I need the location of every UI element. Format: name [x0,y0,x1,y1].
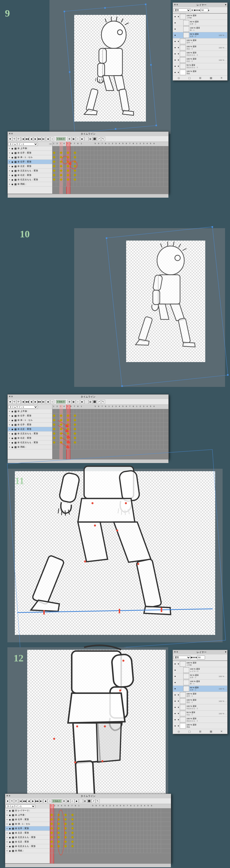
layer-row[interactable]: ● ▾ 100 % 通常右足：1 100 % … [173,57,227,63]
layer-row[interactable]: ● ▾ 100 % 通常左足：1 100 % … [173,44,227,51]
visibility-icon[interactable]: ● [174,681,177,684]
timeline-track[interactable]: +◉▦⊞ 用紙： [8,445,52,450]
toolbar-button[interactable]: ⬚ [79,799,83,803]
timeline-track[interactable]: +◉▦⊞ 左足太もも：変形 [8,432,52,436]
layer-row[interactable]: ● 100 % 通常レイヤー 2 [173,667,227,673]
visibility-icon[interactable]: ● [174,34,177,36]
opacity-input[interactable] [197,655,205,659]
layer-row[interactable]: ● ▾ 100 % 通常右足太もも：1 [173,51,227,57]
layer-row[interactable]: ● ▾ 100 % 通常左足：1 100 % … [173,698,227,704]
visibility-icon[interactable]: ● [174,675,177,678]
toolbar-button[interactable]: ◀◀ [23,799,27,803]
toolbar-button[interactable]: ▶ [33,137,37,141]
toolbar-button[interactable]: ⬚ [84,400,88,404]
layers-footer[interactable]: ◎▢⊞▦✕ [173,75,227,80]
transform-bbox-9[interactable] [64,4,157,133]
toolbar-button[interactable]: ⟳ [16,400,21,404]
visibility-icon[interactable]: ● [174,16,177,18]
toolbar-button[interactable]: ◆ [46,137,50,141]
visibility-icon[interactable]: ● [174,71,177,74]
timeline-track[interactable]: +◉▦⊞ 右足太もも：変形 [5,844,50,849]
transform-bbox-11[interactable] [7,450,226,655]
toolbar-button[interactable]: ↗ [97,400,101,404]
layer-row[interactable]: ● 50 % 通常右手：1 100 % … [173,673,227,680]
layers-footer[interactable]: ◎▢⊞▦✕ [173,729,227,734]
toolbar-button[interactable]: ■ [8,137,12,141]
visibility-icon[interactable]: ● [174,40,177,43]
timeline-name-select[interactable]: タイムライン1 [8,142,38,146]
toolbar-button[interactable]: ▶| [42,400,46,404]
close-icon[interactable]: ✕ ≡ [9,395,13,398]
timeline-track[interactable]: +◉▦⊞ 右手：変形 [5,826,50,831]
layer-row[interactable]: ● 50 % 通常右手：1 100 % … [173,32,227,38]
toolbar-button[interactable]: ↗ [97,137,101,141]
timeline-track[interactable]: +◉▦⊞ 右手：変形 [8,151,52,155]
toolbar-button[interactable]: ▶ [33,400,37,404]
timeline-track[interactable]: +◉▦⊞ 用紙： [8,182,52,186]
timeline-track[interactable]: +◉▦⊞ 体：1：セル [5,822,50,826]
toolbar-button[interactable]: ▶▶ [38,400,42,404]
toolbar-button[interactable]: ◀ [29,137,33,141]
visibility-icon[interactable]: ● [174,28,177,30]
close-icon[interactable]: ✕ ≡ [174,3,178,7]
close-icon[interactable]: ✕ ≡ [174,651,178,654]
layer-row[interactable]: ● ▾ 50 % 通常左足太もも：1 [173,63,227,69]
toolbar-button[interactable]: ▶▶ [35,799,39,803]
toolbar-button[interactable]: ⬛ [93,400,97,404]
toolbar-button[interactable]: ◇ [50,400,54,404]
toolbar-button[interactable]: ▦ [72,137,76,141]
toolbar-button[interactable]: ↗ [91,799,95,803]
close-icon[interactable]: ✕ ≡ [9,132,13,135]
toolbar-button[interactable]: ▶▶ [38,137,42,141]
timeline-track[interactable]: +◉▦⊟ レイヤー 2： [5,808,50,813]
toolbar-button[interactable]: ◀ [27,799,31,803]
visibility-icon[interactable]: ● [174,706,177,709]
toolbar-button[interactable]: ⊞ [62,799,66,803]
layer-row[interactable]: ● ▾ 100 % 通常用紙 [173,723,227,729]
toolbar-button[interactable]: ✎ [96,799,100,803]
toolbar-button[interactable]: ▥ [88,400,92,404]
toolbar-button[interactable]: ⟳ [14,799,18,803]
timeline-track[interactable]: +◉▦⊞ 用紙： [5,849,50,853]
toolbar-button[interactable]: ⊞ [68,400,72,404]
menu-icon[interactable]: ▾ [225,3,226,7]
toolbar-button[interactable]: ▦ [66,799,70,803]
toolbar-button[interactable]: ⬛ [93,137,97,141]
opacity-input[interactable] [200,8,208,12]
timeline-hscroll[interactable] [5,864,171,867]
toolbar-button[interactable]: ◀◀ [25,137,29,141]
visibility-icon[interactable]: ● [174,687,177,690]
transform-bbox-10[interactable] [106,227,228,386]
timeline-name-select[interactable]: タイムライン1 [8,405,38,409]
layer-row[interactable]: ● ▾ 50 % 通常右足：1 100 % … [173,711,227,717]
layer-row[interactable]: ● 50 % 通常右手：1 [173,20,227,26]
visibility-icon[interactable]: ● [174,718,177,721]
toolbar-button[interactable]: ⬚ [84,137,88,141]
toolbar-button[interactable]: ▶| [39,799,43,803]
visibility-icon[interactable]: ● [174,53,177,55]
toolbar-button[interactable]: ⟲ [12,137,16,141]
timeline-track[interactable]: +◉▦⊞ 上半身 : [8,409,52,414]
visibility-icon[interactable]: ● [174,65,177,67]
toolbar-button[interactable]: ◀◀ [25,400,29,404]
toolbar-button[interactable]: ▦ [72,400,76,404]
timeline-track[interactable]: +◉▦⊞ 右手：変形 [5,817,50,822]
layer-row[interactable]: ● ▾ 100 % 通常左手：1 [173,38,227,44]
timeline-track[interactable]: +◉▦⊞ 右手：変形 [8,414,52,418]
toolbar-button[interactable]: |◀ [21,137,25,141]
toolbar-button[interactable]: ◆ [75,799,79,803]
toolbar-button[interactable]: ⟲ [10,799,14,803]
toolbar-button[interactable]: ◇ [48,799,52,803]
timeline-track[interactable]: +◉▦⊞ 右足太もも：変形 [8,440,52,445]
timeline-track[interactable]: +◉▦⊞ 右足太もも：変形 [8,178,52,182]
toolbar-button[interactable]: ◆ [80,400,84,404]
visibility-icon[interactable]: ● [174,700,177,702]
timeline-track[interactable]: +◉▦⊞ 右足：変形 [5,840,50,844]
toolbar-button[interactable]: ⟳ [16,137,21,141]
toolbar-button[interactable]: ▶ [31,799,35,803]
timeline-track[interactable]: +◉▦⊞ 右手：変形 [8,160,52,164]
visibility-icon[interactable]: ● [174,46,177,49]
toolbar-button[interactable]: ◇ [76,137,80,141]
toolbar-button[interactable]: ◇ [76,400,80,404]
layer-row[interactable]: ● ▾ 100 % 通常用紙 [173,69,227,75]
